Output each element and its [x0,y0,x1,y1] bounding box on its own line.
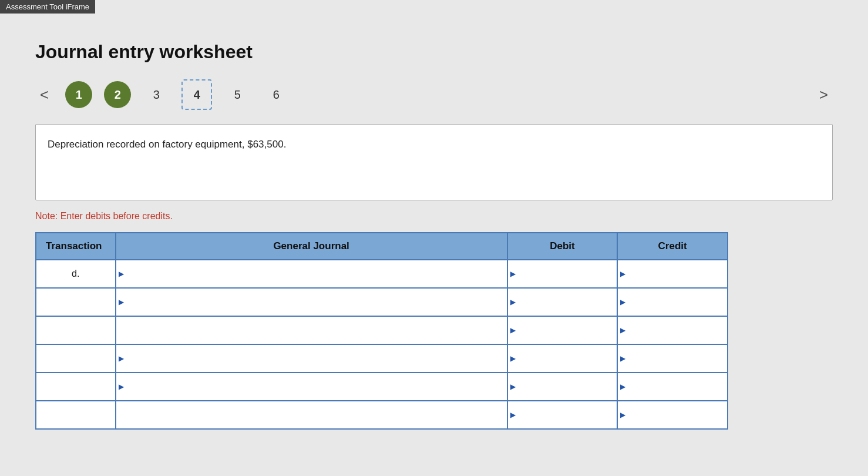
general-journal-cell-2[interactable] [116,316,507,344]
general-journal-input-5[interactable] [116,401,507,428]
transaction-cell-0: d. [36,260,116,288]
credit-cell-5[interactable]: ▶ [617,401,728,429]
debit-arrow-1: ▶ [510,298,516,306]
transaction-cell-1 [36,288,116,316]
credit-input-3[interactable] [618,345,727,372]
credit-arrow-5: ▶ [620,411,625,419]
table-row: ▶▶ [36,316,728,344]
header-general-journal: General Journal [116,233,507,260]
credit-cell-0[interactable]: ▶ [617,260,728,288]
header-transaction: Transaction [36,233,116,260]
general-journal-input-1[interactable] [116,289,507,316]
credit-cell-4[interactable]: ▶ [617,373,728,401]
table-row: ▶▶▶ [36,344,728,373]
debit-input-4[interactable] [508,373,617,400]
credit-cell-1[interactable]: ▶ [617,288,728,316]
general-journal-cell-3[interactable]: ▶ [116,344,507,373]
credit-input-4[interactable] [618,373,727,400]
transaction-cell-3 [36,344,116,373]
table-row: ▶▶ [36,401,728,429]
transaction-label-0: d. [72,269,79,279]
credit-arrow-0: ▶ [620,270,625,278]
credit-arrow-1: ▶ [620,298,625,306]
assessment-label: Assessment Tool iFrame [0,0,95,14]
general-arrow-1: ▶ [119,298,124,306]
credit-input-0[interactable] [618,260,727,287]
general-journal-cell-0[interactable]: ▶ [116,260,507,288]
nav-item-6[interactable]: 6 [263,81,290,108]
credit-arrow-3: ▶ [620,354,625,363]
description-box: Depreciation recorded on factory equipme… [35,124,833,200]
general-journal-input-3[interactable] [116,345,507,372]
credit-input-2[interactable] [618,317,727,344]
note-text: Note: Enter debits before credits. [35,211,833,222]
transaction-cell-2 [36,316,116,344]
table-row: ▶▶▶ [36,288,728,316]
table-row: ▶▶▶ [36,373,728,401]
nav-item-5[interactable]: 5 [224,81,251,108]
table-header-row: Transaction General Journal Debit Credit [36,233,728,260]
general-journal-input-4[interactable] [116,373,507,400]
header-debit: Debit [507,233,618,260]
debit-input-0[interactable] [508,260,617,287]
debit-cell-0[interactable]: ▶ [507,260,618,288]
debit-input-5[interactable] [508,401,617,428]
general-arrow-3: ▶ [119,354,124,363]
general-journal-input-2[interactable] [116,317,507,344]
credit-arrow-4: ▶ [620,383,625,391]
debit-arrow-4: ▶ [510,383,516,391]
debit-arrow-0: ▶ [510,270,516,278]
transaction-cell-5 [36,401,116,429]
nav-item-3[interactable]: 3 [143,81,170,108]
general-arrow-4: ▶ [119,383,124,391]
debit-cell-2[interactable]: ▶ [507,316,618,344]
debit-arrow-2: ▶ [510,326,516,334]
credit-cell-2[interactable]: ▶ [617,316,728,344]
general-journal-input-0[interactable] [116,260,507,287]
credit-input-5[interactable] [618,401,727,428]
debit-cell-5[interactable]: ▶ [507,401,618,429]
debit-input-1[interactable] [508,289,617,316]
debit-input-3[interactable] [508,345,617,372]
table-row: d.▶▶▶ [36,260,728,288]
nav-row: < 1 2 3 4 5 6 > [35,79,833,110]
description-text: Depreciation recorded on factory equipme… [48,139,286,150]
credit-arrow-2: ▶ [620,326,625,334]
debit-arrow-5: ▶ [510,411,516,419]
general-arrow-0: ▶ [119,270,124,278]
next-arrow[interactable]: > [815,83,833,106]
general-journal-cell-1[interactable]: ▶ [116,288,507,316]
debit-input-2[interactable] [508,317,617,344]
general-journal-cell-5[interactable] [116,401,507,429]
page-title: Journal entry worksheet [35,41,833,63]
nav-item-2[interactable]: 2 [104,81,131,108]
nav-item-1[interactable]: 1 [65,81,92,108]
prev-arrow[interactable]: < [35,83,53,106]
main-container: Assessment Tool iFrame Journal entry wor… [0,0,868,476]
general-journal-cell-4[interactable]: ▶ [116,373,507,401]
credit-cell-3[interactable]: ▶ [617,344,728,373]
debit-arrow-3: ▶ [510,354,516,363]
debit-cell-3[interactable]: ▶ [507,344,618,373]
journal-table: Transaction General Journal Debit Credit… [35,232,728,430]
header-credit: Credit [617,233,728,260]
transaction-cell-4 [36,373,116,401]
credit-input-1[interactable] [618,289,727,316]
debit-cell-1[interactable]: ▶ [507,288,618,316]
debit-cell-4[interactable]: ▶ [507,373,618,401]
nav-item-4[interactable]: 4 [181,79,212,110]
